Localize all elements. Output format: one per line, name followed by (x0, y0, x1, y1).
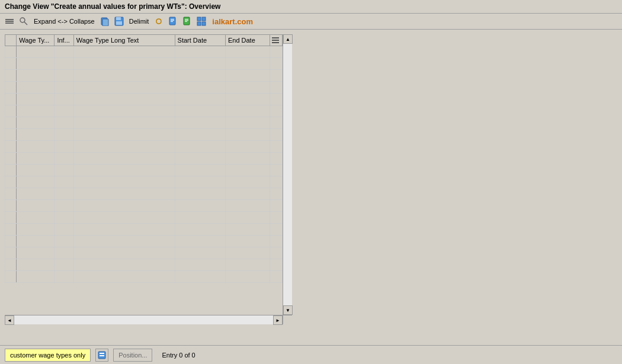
svg-rect-10 (169, 17, 175, 25)
row-data-cell (17, 94, 54, 105)
row-data-cell (54, 117, 73, 129)
row-data-cell (17, 176, 54, 188)
scroll-track-vertical[interactable] (283, 44, 292, 305)
svg-line-4 (24, 22, 27, 25)
toolbar-icon-copy1[interactable] (99, 15, 111, 27)
toolbar-icon-grid[interactable] (195, 15, 207, 27)
col-header-checkbox (5, 35, 17, 46)
table-row[interactable] (5, 153, 283, 165)
row-data-cell (175, 271, 225, 283)
toolbar-icon-link[interactable] (153, 15, 165, 27)
svg-rect-2 (5, 22, 14, 24)
row-data-cell (17, 82, 54, 94)
customer-wage-types-btn[interactable]: customer wage types only (5, 349, 91, 362)
toolbar: Expand <-> Collapse Delimit (0, 14, 622, 30)
table-row[interactable] (5, 212, 283, 224)
status-icon (98, 351, 106, 359)
row-data-cell (225, 176, 270, 188)
table-row[interactable] (5, 176, 283, 188)
table-row[interactable] (5, 105, 283, 117)
scroll-left-btn[interactable]: ◄ (5, 315, 14, 325)
row-data-cell (54, 141, 73, 153)
row-settings-cell (270, 117, 282, 129)
row-data-cell (175, 176, 225, 188)
row-data-cell (54, 188, 73, 200)
expand-collapse-btn[interactable]: Expand <-> Collapse (32, 17, 97, 25)
row-data-cell (17, 70, 54, 82)
svg-point-3 (20, 18, 25, 22)
row-data-cell (225, 153, 270, 165)
col-header-start-date[interactable]: Start Date (175, 35, 225, 46)
row-data-cell (175, 224, 225, 236)
row-checkbox-cell (5, 82, 17, 94)
col-header-wage-type[interactable]: Wage Ty... (17, 35, 54, 46)
table-row[interactable] (5, 271, 283, 283)
toolbar-icon-document2[interactable] (181, 15, 193, 27)
svg-rect-9 (116, 21, 122, 25)
table-row[interactable] (5, 200, 283, 212)
table-row[interactable] (5, 236, 283, 247)
row-settings-cell (270, 58, 282, 70)
main-content: Wage Ty... Inf... Wage Type Long Text St… (0, 30, 622, 346)
toolbar-icon-save[interactable] (113, 15, 125, 27)
table-row[interactable] (5, 188, 283, 200)
table-row[interactable] (5, 259, 283, 271)
row-data-cell (225, 188, 270, 200)
table-row[interactable] (5, 117, 283, 129)
col-header-end-date[interactable]: End Date (225, 35, 270, 46)
toolbar-icon-document1[interactable] (167, 15, 179, 27)
svg-rect-14 (184, 17, 190, 25)
row-data-cell (54, 70, 73, 82)
row-data-cell (225, 141, 270, 153)
scroll-track-horizontal[interactable] (14, 315, 273, 324)
table-row[interactable] (5, 82, 283, 94)
table-row[interactable] (5, 46, 283, 58)
row-settings-cell (270, 271, 282, 283)
table-row[interactable] (5, 129, 283, 141)
row-data-cell (175, 58, 225, 70)
toolbar-icon-settings[interactable] (4, 15, 15, 27)
row-data-cell (175, 141, 225, 153)
table-row[interactable] (5, 247, 283, 259)
scroll-up-btn[interactable]: ▲ (283, 34, 293, 44)
row-data-cell (225, 129, 270, 141)
svg-rect-19 (202, 17, 206, 21)
svg-rect-20 (197, 22, 201, 25)
row-settings-cell (270, 46, 282, 58)
row-data-cell (73, 82, 175, 94)
vertical-scrollbar[interactable]: ▲ ▼ (283, 34, 292, 315)
row-checkbox-cell (5, 224, 17, 236)
col-header-long-text[interactable]: Wage Type Long Text (73, 35, 175, 46)
position-btn[interactable]: Position... (113, 349, 152, 362)
table-row[interactable] (5, 58, 283, 70)
row-data-cell (73, 46, 175, 58)
row-data-cell (175, 94, 225, 105)
row-data-cell (73, 236, 175, 247)
table-row[interactable] (5, 94, 283, 105)
row-data-cell (17, 165, 54, 176)
table-row[interactable] (5, 165, 283, 176)
scroll-down-btn[interactable]: ▼ (283, 305, 293, 315)
table-row[interactable] (5, 70, 283, 82)
toolbar-icon-find[interactable] (18, 15, 30, 27)
delimit-btn[interactable]: Delimit (127, 17, 151, 25)
row-checkbox-cell (5, 247, 17, 259)
column-settings-icon (271, 36, 280, 44)
row-data-cell (73, 271, 175, 283)
row-data-cell (17, 105, 54, 117)
row-data-cell (73, 200, 175, 212)
row-checkbox-cell (5, 176, 17, 188)
row-data-cell (17, 46, 54, 58)
row-data-cell (225, 165, 270, 176)
table-row[interactable] (5, 141, 283, 153)
horizontal-scrollbar[interactable]: ◄ ► (5, 315, 283, 324)
col-header-inf[interactable]: Inf... (54, 35, 73, 46)
row-settings-cell (270, 70, 282, 82)
svg-rect-12 (171, 20, 174, 21)
table-row[interactable] (5, 224, 283, 236)
scroll-right-btn[interactable]: ► (273, 315, 283, 325)
col-header-settings[interactable] (270, 35, 282, 46)
row-data-cell (225, 70, 270, 82)
row-data-cell (175, 70, 225, 82)
status-icon-btn[interactable] (95, 349, 108, 362)
